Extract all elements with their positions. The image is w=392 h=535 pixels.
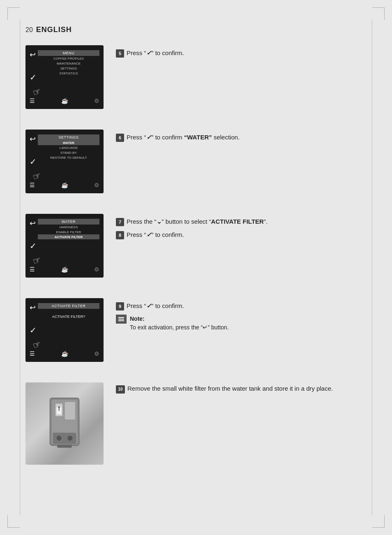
- step-text-10: Remove the small white filter from the w…: [127, 384, 333, 393]
- screen5-item2: MAINTENANCE: [38, 61, 99, 66]
- svg-rect-7: [53, 433, 76, 444]
- right-margin-line: [372, 20, 372, 515]
- instruction-text-78: 7 Press the “⌄” button to select “ACTIVA…: [116, 214, 367, 243]
- corner-border-tr: [372, 7, 385, 20]
- bold-water: “WATER”: [184, 134, 212, 141]
- device-screen-9: ↩ ACTIVATE FILTER ACTIVATE FILTER? ✓ ☰ ☕…: [25, 298, 104, 362]
- step-badge-9: 9: [116, 302, 124, 310]
- page-language: ENGLISH: [36, 25, 72, 34]
- step-text-6: Press “✓” to confirm “WATER” selection.: [127, 133, 240, 141]
- note-icon: [116, 315, 127, 324]
- screen7-item2: ENABLE FILTER: [38, 229, 99, 234]
- back-arrow-icon-7: ↩: [30, 219, 36, 228]
- finger-icon: ☞: [31, 86, 43, 98]
- step-badge-10: 10: [116, 385, 125, 394]
- screen7-item3: ACTIVATE FILTER: [38, 234, 99, 239]
- left-margin-line: [20, 20, 20, 515]
- note-box-9: Note: To exit activation, press the “↵” …: [116, 315, 367, 332]
- device-screen-5: ↩ MENU COFFEE PROFILES MAINTENANCE SETTI…: [25, 45, 104, 109]
- step-text-7: Press the “⌄” button to select “ACTIVATE…: [127, 217, 267, 226]
- screen5-item1: COFFEE PROFILES: [38, 56, 99, 61]
- screen6-item1: WATER: [38, 140, 99, 145]
- note-text-9: Note: To exit activation, press the “↵” …: [130, 315, 229, 332]
- corner-border-bl: [7, 515, 20, 528]
- step-line-10: 10 Remove the small white filter from th…: [116, 384, 367, 394]
- note-body: To exit activation, press the “↵” button…: [130, 324, 229, 331]
- cup-icon-9: ☕: [61, 350, 68, 357]
- corner-border-br: [372, 515, 385, 528]
- hamburger-icon: ☰: [30, 97, 35, 104]
- finger-icon-6: ☞: [31, 170, 43, 183]
- checkmark-icon-8: ✓: [146, 230, 152, 239]
- instruction-text-9: 9 Press “✓” to confirm. Note: To exit ac…: [116, 298, 367, 332]
- checkmark-icon-5: ✓: [146, 49, 152, 57]
- hamburger-icon-6: ☰: [30, 182, 35, 188]
- device-screen-7: ↩ WATER HARDNESS ENABLE FILTER ACTIVATE …: [25, 214, 104, 278]
- cup-icon: ☕: [61, 97, 68, 104]
- instruction-row-5: ↩ MENU COFFEE PROFILES MAINTENANCE SETTI…: [25, 45, 367, 109]
- step-badge-6: 6: [116, 134, 124, 142]
- screen5-item3: SETTINGS: [38, 66, 99, 71]
- note-icon-lines: [118, 317, 124, 321]
- instruction-text-5: 5 Press “✓” to confirm.: [116, 45, 367, 62]
- photo-inner: [25, 382, 104, 465]
- step-text-8: Press “✓” to confirm.: [127, 230, 184, 239]
- step-line-6: 6 Press “✓” to confirm “WATER” selection…: [116, 133, 367, 142]
- checkmark-icon-6: ✓: [146, 133, 152, 141]
- hamburger-icon-7: ☰: [30, 266, 35, 273]
- bold-activate-filter-7: ACTIVATE FILTER: [211, 218, 264, 225]
- device-screen-6: ↩ SETTINGS WATER LANGUAGE STAND-BY RESTO…: [25, 130, 104, 193]
- down-chevron-icon: ⌄: [157, 218, 162, 225]
- screen6-item3: STAND-BY: [38, 150, 99, 155]
- settings-icon-7: ⚙: [94, 266, 99, 273]
- settings-icon-6: ⚙: [94, 182, 99, 188]
- instruction-row-10: 10 Remove the small white filter from th…: [25, 382, 367, 465]
- svg-point-9: [68, 436, 72, 440]
- instruction-row-9: ↩ ACTIVATE FILTER ACTIVATE FILTER? ✓ ☰ ☕…: [25, 298, 367, 362]
- page-header: 20 ENGLISH: [25, 25, 72, 34]
- step-badge-5: 5: [116, 49, 124, 58]
- page-number: 20: [25, 26, 33, 34]
- note-line-2: [118, 319, 124, 320]
- instruction-text-10: 10 Remove the small white filter from th…: [116, 382, 367, 398]
- check-button-icon: ✓: [30, 72, 37, 82]
- settings-icon: ⚙: [94, 97, 99, 104]
- note-line-1: [118, 317, 124, 318]
- screen6-title: SETTINGS: [38, 134, 99, 140]
- note-line-3: [118, 320, 124, 321]
- checkmark-icon-9: ✓: [146, 301, 152, 310]
- screen9-item1: ACTIVATE FILTER?: [38, 314, 99, 319]
- instruction-row-6: ↩ SETTINGS WATER LANGUAGE STAND-BY RESTO…: [25, 130, 367, 193]
- hamburger-icon-9: ☰: [30, 350, 35, 357]
- step-line-7: 7 Press the “⌄” button to select “ACTIVA…: [116, 217, 367, 226]
- back-arrow-icon: ↩: [30, 50, 36, 59]
- check-button-icon-7: ✓: [30, 241, 37, 251]
- screen5-title: MENU: [38, 50, 99, 56]
- screen5-item4: STATISTICS: [38, 71, 99, 76]
- svg-rect-2: [65, 402, 76, 420]
- screen6-item2: LANGUAGE: [38, 145, 99, 150]
- screen9-title: ACTIVATE FILTER: [38, 303, 99, 309]
- svg-rect-10: [57, 445, 72, 448]
- cup-icon-7: ☕: [61, 266, 68, 273]
- svg-point-8: [57, 436, 61, 440]
- settings-icon-9: ⚙: [94, 350, 99, 357]
- finger-icon-9: ☞: [31, 338, 43, 351]
- step-line-9: 9 Press “✓” to confirm.: [116, 301, 367, 310]
- page-content: ↩ MENU COFFEE PROFILES MAINTENANCE SETTI…: [25, 45, 367, 510]
- note-label: Note:: [130, 315, 145, 322]
- step-text-5: Press “✓” to confirm.: [127, 49, 184, 57]
- check-button-icon-9: ✓: [30, 325, 37, 335]
- corner-border-tl: [7, 7, 20, 20]
- check-button-icon-6: ✓: [30, 157, 37, 167]
- cup-icon-6: ☕: [61, 182, 68, 188]
- coffee-machine-svg: [40, 391, 89, 456]
- instruction-text-6: 6 Press “✓” to confirm “WATER” selection…: [116, 130, 367, 146]
- screen6-item4: RESTORE TO DEFAULT: [38, 155, 99, 160]
- step-text-9: Press “✓” to confirm.: [127, 301, 184, 310]
- screen7-item1: HARDNESS: [38, 225, 99, 229]
- back-arrow-icon-9: ↩: [30, 303, 36, 312]
- back-arrow-icon-6: ↩: [30, 134, 36, 144]
- step-badge-7: 7: [116, 218, 124, 226]
- device-photo-10: [25, 382, 104, 465]
